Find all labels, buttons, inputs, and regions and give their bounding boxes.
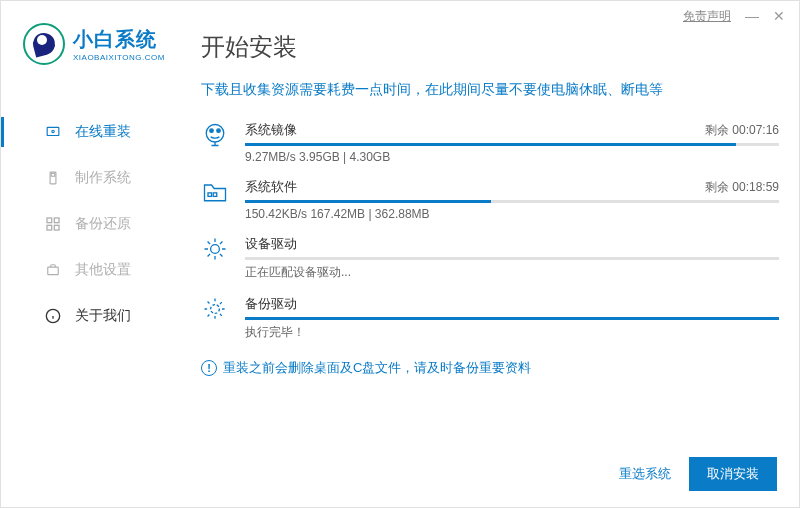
progress-bar [245, 317, 779, 320]
sidebar: 在线重装 制作系统 备份还原 其他设置 关于我们 [1, 109, 181, 339]
task-detail: 9.27MB/s 3.95GB | 4.30GB [245, 150, 779, 164]
briefcase-icon [45, 262, 61, 278]
progress-bar [245, 200, 779, 203]
svg-rect-5 [54, 218, 59, 223]
sidebar-item-online-reinstall[interactable]: 在线重装 [1, 109, 181, 155]
warning-icon: ! [201, 360, 217, 376]
app-logo: 小白系统 XIAOBAIXITONG.COM [23, 23, 165, 65]
svg-rect-3 [51, 173, 55, 176]
svg-point-13 [210, 129, 214, 133]
progress-list: 系统镜像 剩余 00:07:16 9.27MB/s 3.95GB | 4.30G… [201, 121, 779, 341]
progress-bar [245, 257, 779, 260]
warning-text: 重装之前会删除桌面及C盘文件，请及时备份重要资料 [223, 359, 531, 377]
task-detail: 150.42KB/s 167.42MB | 362.88MB [245, 207, 779, 221]
task-detail: 执行完毕！ [245, 324, 779, 341]
svg-point-14 [217, 129, 221, 133]
sidebar-item-backup-restore[interactable]: 备份还原 [1, 201, 181, 247]
task-remain: 剩余 00:18:59 [705, 179, 779, 196]
logo-name: 小白系统 [73, 26, 165, 53]
sidebar-item-about[interactable]: 关于我们 [1, 293, 181, 339]
task-backup-driver: 备份驱动 执行完毕！ [201, 295, 779, 341]
logo-icon [23, 23, 65, 65]
task-detail: 正在匹配设备驱动... [245, 264, 779, 281]
task-title: 系统软件 [245, 178, 297, 196]
reselect-system-link[interactable]: 重选系统 [619, 465, 671, 483]
svg-rect-7 [54, 225, 59, 230]
task-remain: 剩余 00:07:16 [705, 122, 779, 139]
folder-icon [201, 178, 229, 206]
task-title: 系统镜像 [245, 121, 297, 139]
sidebar-item-other-settings[interactable]: 其他设置 [1, 247, 181, 293]
svg-rect-4 [47, 218, 52, 223]
grid-icon [45, 216, 61, 232]
image-icon [201, 121, 229, 149]
reinstall-icon [45, 124, 61, 140]
svg-rect-8 [48, 267, 59, 275]
sidebar-item-label: 在线重装 [75, 123, 131, 141]
sidebar-item-label: 关于我们 [75, 307, 131, 325]
gear-icon [201, 235, 229, 263]
sidebar-item-create-system[interactable]: 制作系统 [1, 155, 181, 201]
svg-point-17 [211, 245, 220, 254]
task-device-driver: 设备驱动 正在匹配设备驱动... [201, 235, 779, 281]
disclaimer-link[interactable]: 免责声明 [683, 8, 731, 25]
logo-sub: XIAOBAIXITONG.COM [73, 53, 165, 62]
task-title: 设备驱动 [245, 235, 297, 253]
svg-rect-16 [213, 193, 217, 197]
info-icon [45, 308, 61, 324]
cancel-install-button[interactable]: 取消安装 [689, 457, 777, 491]
task-system-software: 系统软件 剩余 00:18:59 150.42KB/s 167.42MB | 3… [201, 178, 779, 221]
sidebar-item-label: 制作系统 [75, 169, 131, 187]
usb-icon [45, 170, 61, 186]
svg-rect-0 [47, 127, 59, 135]
task-title: 备份驱动 [245, 295, 297, 313]
close-icon[interactable]: ✕ [773, 8, 785, 24]
progress-bar [245, 143, 779, 146]
page-title: 开始安装 [201, 31, 779, 63]
install-notice: 下载且收集资源需要耗费一点时间，在此期间尽量不要使电脑休眠、断电等 [201, 81, 779, 99]
minimize-icon[interactable]: — [745, 8, 759, 24]
svg-point-12 [206, 125, 224, 143]
svg-rect-6 [47, 225, 52, 230]
warning-line: ! 重装之前会删除桌面及C盘文件，请及时备份重要资料 [201, 359, 779, 377]
gear-dashed-icon [201, 295, 229, 323]
svg-point-1 [52, 130, 54, 132]
sidebar-item-label: 其他设置 [75, 261, 131, 279]
task-system-image: 系统镜像 剩余 00:07:16 9.27MB/s 3.95GB | 4.30G… [201, 121, 779, 164]
svg-rect-15 [208, 193, 212, 197]
sidebar-item-label: 备份还原 [75, 215, 131, 233]
svg-point-18 [211, 305, 220, 314]
